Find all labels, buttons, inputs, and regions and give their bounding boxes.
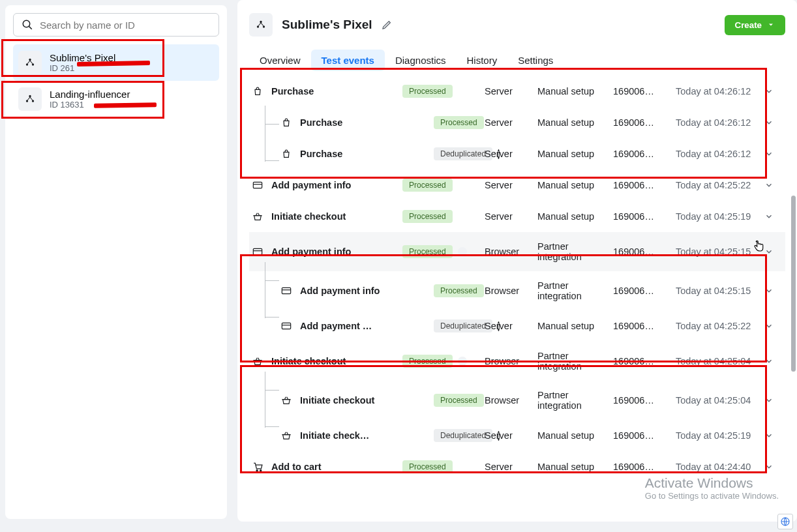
event-setup: Partner integration (537, 280, 609, 301)
sidebar-item-pixel-1[interactable]: Landing-influencer ID 13631 (13, 81, 219, 117)
event-row[interactable]: Initiate check…DeduplicatediServerManual… (249, 420, 785, 451)
chevron-down-icon[interactable] (764, 149, 783, 158)
event-id: 169006… (613, 286, 672, 296)
event-row[interactable]: Add payment infoProcessedServerManual se… (249, 170, 785, 201)
tree-line (265, 106, 282, 162)
chevron-down-icon[interactable] (764, 396, 783, 405)
event-id: 169006… (613, 356, 672, 366)
tab-test-events[interactable]: Test events (311, 50, 385, 71)
search-input[interactable] (40, 20, 211, 31)
event-status: Processed (434, 116, 481, 129)
event-row[interactable]: Initiate checkoutProcessedBrowserPartner… (249, 342, 785, 381)
svg-point-6 (26, 100, 28, 102)
chevron-down-icon[interactable] (764, 87, 783, 96)
event-row[interactable]: Initiate checkoutProcessedBrowserPartner… (249, 381, 785, 420)
chevron-down-icon[interactable] (764, 431, 783, 440)
sidebar-item-name: Landing-influencer (50, 89, 130, 100)
event-group: Initiate checkoutProcessedBrowserPartner… (249, 342, 785, 451)
chevron-down-icon[interactable] (764, 247, 783, 256)
event-from: Server (485, 211, 534, 222)
event-time: Today at 04:26:12 (676, 86, 760, 96)
event-setup: Manual setup (537, 462, 609, 472)
tabs: Overview Test events Diagnostics History… (249, 50, 785, 72)
globe-icon[interactable] (777, 514, 793, 529)
search-icon (22, 19, 33, 31)
chevron-down-icon[interactable] (764, 357, 783, 366)
basket-icon (280, 395, 292, 406)
event-group: Add to cartProcessedServerManual setup16… (249, 451, 785, 482)
chevron-down-icon[interactable] (764, 462, 783, 471)
event-group: Add payment infoProcessedServerManual se… (249, 170, 785, 201)
event-from: Server (485, 149, 534, 159)
event-from: Server (485, 462, 534, 472)
chevron-down-icon[interactable] (764, 321, 783, 331)
event-row[interactable]: Add to cartProcessedServerManual setup16… (249, 451, 785, 482)
bag-icon (280, 149, 292, 159)
event-row[interactable]: Initiate checkoutProcessedServerManual s… (249, 201, 785, 232)
event-from: Browser (485, 286, 534, 296)
tab-diagnostics[interactable]: Diagnostics (385, 50, 457, 71)
svg-point-4 (32, 63, 34, 65)
event-name: Initiate checkout (271, 211, 398, 222)
main-panel: Sublime's Pixel Create Overview Test eve… (237, 0, 797, 522)
chevron-down-icon[interactable] (764, 286, 783, 295)
event-status: Deduplicatedi (434, 319, 481, 332)
event-status: Processed (402, 210, 481, 223)
event-time: Today at 04:25:19 (676, 430, 760, 441)
event-row[interactable]: Add payment …DeduplicatediServerManual s… (249, 310, 785, 342)
event-name: Purchase (300, 117, 430, 128)
event-name: Initiate check… (300, 430, 391, 441)
event-status: Deduplicatedi (434, 429, 481, 442)
search-box[interactable] (13, 13, 219, 37)
event-setup: Partner integration (537, 351, 609, 372)
chevron-down-icon[interactable] (764, 181, 783, 190)
event-group: PurchaseProcessedServerManual setup16900… (249, 76, 785, 170)
tab-history[interactable]: History (457, 50, 508, 71)
status-badge: Processed (402, 460, 453, 473)
event-setup: Partner integration (537, 241, 609, 262)
basket-icon (252, 356, 263, 366)
tab-overview[interactable]: Overview (249, 50, 311, 71)
event-row[interactable]: PurchaseProcessedServerManual setup16900… (249, 76, 785, 107)
tree-line (265, 262, 282, 318)
chevron-down-icon[interactable] (764, 212, 783, 221)
event-status: Processed (402, 355, 481, 368)
edit-icon[interactable] (382, 20, 392, 30)
card-icon (280, 321, 292, 331)
event-setup: Manual setup (537, 321, 609, 331)
event-row[interactable]: Add payment infoProcessedBrowserPartner … (249, 271, 785, 310)
svg-point-3 (26, 63, 28, 65)
status-badge: Processed (402, 245, 453, 258)
event-name: Initiate checkout (300, 395, 430, 406)
svg-rect-18 (282, 323, 290, 329)
event-id: 169006… (613, 462, 672, 472)
bag-icon (280, 117, 292, 128)
event-time: Today at 04:25:15 (676, 246, 760, 257)
scrollbar[interactable] (791, 196, 796, 372)
status-badge: Processed (402, 179, 453, 192)
tree-branch (265, 160, 279, 161)
event-name: Add payment info (300, 286, 430, 296)
event-name: Add to cart (271, 462, 398, 472)
svg-point-10 (263, 25, 265, 27)
event-name: Purchase (300, 149, 430, 159)
tab-settings[interactable]: Settings (507, 50, 564, 71)
pixel-icon (18, 87, 42, 111)
event-time: Today at 04:24:40 (676, 462, 760, 472)
svg-point-2 (29, 59, 31, 61)
event-id: 169006… (613, 395, 672, 406)
pixel-icon (249, 13, 273, 37)
event-row[interactable]: PurchaseDeduplicatediServerManual setup1… (249, 138, 785, 170)
create-button[interactable]: Create (725, 15, 786, 35)
basket-icon (280, 430, 292, 441)
event-from: Server (485, 117, 534, 128)
event-time: Today at 04:26:12 (676, 149, 760, 159)
svg-point-7 (32, 100, 34, 102)
event-name: Purchase (271, 86, 398, 96)
indicator-dot (458, 247, 467, 256)
chevron-down-icon[interactable] (764, 118, 783, 127)
card-icon (252, 181, 263, 190)
event-time: Today at 04:25:22 (676, 180, 760, 190)
event-row[interactable]: PurchaseProcessedServerManual setup16900… (249, 107, 785, 138)
event-row[interactable]: Add payment infoProcessedBrowserPartner … (249, 232, 785, 271)
